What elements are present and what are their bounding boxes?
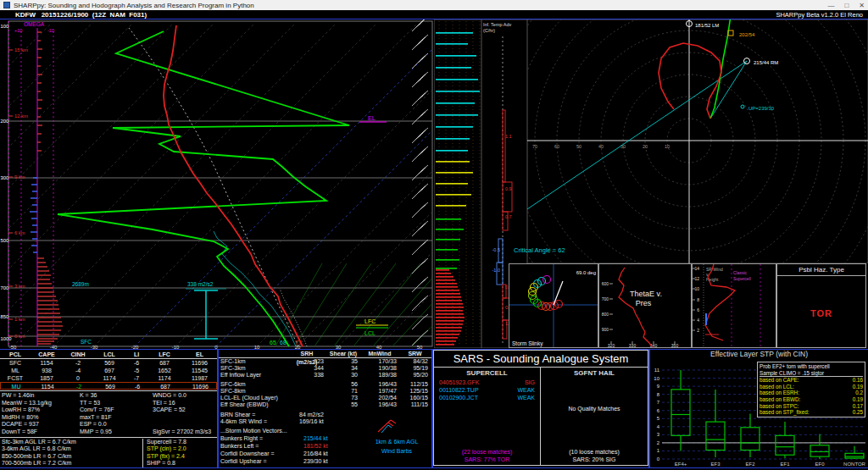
parcel-row-ml[interactable]: ML938-4697-5165211545	[0, 367, 217, 374]
svg-text:6: 6	[697, 307, 699, 312]
storm-motion-header: ...Storm Motion Vectors...	[219, 428, 354, 434]
svg-text:215/44 RM: 215/44 RM	[754, 60, 778, 65]
thermo-index	[153, 414, 218, 422]
minimize-button[interactable]: —	[827, 2, 834, 9]
sars-match-row[interactable]: 00110822.TUPWEAK	[434, 386, 540, 394]
svg-text:70: 70	[532, 144, 537, 149]
sars-supercell-matches: 04051923.GFKSIG00110822.TUPWEAK00102900.…	[434, 379, 540, 401]
storm-motion-vector: Corfidi Upshear =239/30 kt	[219, 457, 431, 465]
svg-text:700: 700	[602, 296, 609, 301]
composite-index: STP (fix) = 2.4	[147, 453, 217, 461]
svg-text:2: 2	[657, 440, 660, 445]
sars-hail-loose: (10 loose matches)	[541, 448, 648, 456]
skewt-plot[interactable]: 1002003005007008501000 15 km12 km9 km6 k…	[0, 19, 434, 349]
thermo-indices-col1: PW = 1.46inMeanW = 13.1g/kgLowRH = 87%Mi…	[2, 392, 80, 436]
sars-match-row[interactable]: 04051923.GFKSIG	[434, 379, 540, 386]
svg-text:20: 20	[643, 144, 648, 149]
stp-legend-line2: Sample CLIMO = .15 sigtor	[760, 370, 863, 378]
thermo-index: PW = 1.46in	[2, 392, 80, 400]
svg-text:0 km: 0 km	[14, 334, 25, 339]
svg-text:9: 9	[657, 384, 660, 389]
tilt-angle-label: 69.0 deg	[576, 270, 596, 275]
stp-panel: Effective Layer STP (with CIN) 012345678…	[649, 350, 868, 467]
lapse-rate: 700-500mb LR = 7.2 C/km	[2, 460, 142, 467]
tempadv-title-2: (C/hr)	[483, 28, 495, 33]
inflow-top-label: 2689m	[72, 281, 89, 287]
storm-slinky-inset: 69.0 deg Storm Slinky	[509, 263, 598, 348]
hazard-value: TOR	[777, 308, 865, 318]
sharppy-window: SHARPpy: Sounding and Hodograph Analysis…	[0, 0, 868, 470]
composite-indices-list: Supercell = 7.8STP (cin) = 2.0STP (fix) …	[142, 439, 217, 467]
stp-title: Effective Layer STP (with CIN)	[650, 350, 868, 359]
hodograph-plot[interactable]: 10203040506070 181/52 LM202/54215/44 RMU…	[527, 19, 868, 263]
svg-text:800: 800	[602, 312, 609, 317]
svg-text:10: 10	[694, 286, 699, 291]
thermo-index: ConvT = 76F	[80, 406, 153, 414]
svg-text:0.7: 0.7	[505, 214, 512, 219]
divider	[0, 390, 217, 391]
svg-text:12: 12	[694, 276, 699, 281]
thermo-index: MMP = 0.95	[80, 429, 153, 436]
svg-text:202/54: 202/54	[739, 32, 755, 37]
svg-text:1 km: 1 km	[14, 317, 25, 322]
stp-legend-item: based on CAPE:0.16	[760, 377, 863, 384]
thermo-index: ESP = 0.0	[80, 421, 153, 429]
svg-text:4: 4	[697, 318, 699, 323]
stp-legend-item: based on EBWD:0.19	[760, 396, 863, 403]
thermo-index: MidRH = 80%	[2, 414, 80, 422]
svg-text:40: 40	[598, 144, 604, 149]
svg-text:100: 100	[1, 24, 9, 29]
close-button[interactable]: ✕	[859, 2, 865, 9]
barb-caption-line2: Wind Barbs	[363, 446, 431, 456]
svg-text:181/52 LM: 181/52 LM	[695, 23, 719, 28]
svg-text:300: 300	[1, 175, 9, 180]
lfc-label: LFC	[364, 318, 376, 324]
svg-text:NONTOR: NONTOR	[843, 462, 866, 467]
slinky-title: Storm Slinky	[512, 340, 543, 347]
svg-text:5: 5	[657, 416, 660, 421]
svg-text:EF4+: EF4+	[675, 462, 687, 467]
svg-text:4: 4	[657, 424, 660, 429]
kinematics-shear-rows: SFC-6km56196/43112/15SFC-8km71197/47125/…	[219, 381, 431, 408]
parcel-row-mu[interactable]: MU1154-2569-668711696	[0, 382, 217, 390]
sars-hail-result: SARS: 20% SIG	[541, 456, 648, 463]
kinematics-srh-rows: SFC-1km32335170/3384/32SFC-3km34434190/3…	[219, 358, 431, 379]
window-title: SHARPpy: Sounding and Hodograph Analysis…	[14, 2, 817, 9]
kinematics-extra: BRN Shear =84 m2/s2	[219, 412, 431, 418]
srwind-height-ticks: 1412108642	[693, 266, 699, 333]
thermo-index	[153, 421, 218, 429]
inflow-bottom-label: SFC	[81, 339, 92, 345]
svg-text:UP=239/30: UP=239/30	[748, 106, 775, 111]
maximize-button[interactable]: □	[844, 2, 849, 9]
svg-text:3: 3	[657, 432, 660, 437]
surface-wetbulb-value: 68	[280, 340, 287, 346]
inflow-srh-label: 338 m2/s2	[187, 281, 214, 287]
kinematics-row: SFC-6km56196/43112/15	[219, 381, 431, 388]
svg-text:-0.5: -0.5	[492, 247, 500, 252]
svg-text:1: 1	[657, 448, 660, 453]
parcel-table-header: PCLCAPECINHLCLLILFCEL	[0, 350, 217, 359]
sars-title: SARS - Sounding Analogue System	[433, 350, 648, 367]
parcel-row-fcst[interactable]: FCST185701174-7117411987	[0, 374, 217, 382]
parcel-row-sfc[interactable]: SFC1154-2569-668711696	[0, 359, 217, 367]
hazard-title: Psbl Haz. Type	[777, 264, 865, 276]
stp-legend-item: based on STP_fixed:0.25	[760, 409, 863, 416]
hazard-type-inset: Psbl Haz. Type TOR	[776, 263, 866, 348]
lapse-rate: 3-6km AGL LR = 6.8 C/km	[2, 445, 142, 453]
kinematics-row: SFC-3km34434190/3895/19	[219, 365, 431, 372]
omega-label: OMEGA	[24, 21, 45, 27]
thermo-index: TT = 53	[80, 400, 153, 407]
sars-match-row[interactable]: 00102900.JCTWEAK	[434, 394, 540, 401]
svg-text:2: 2	[697, 328, 699, 333]
thermo-index: SigSvr = 27202 m3/s3	[153, 429, 218, 436]
thermo-index: DCAPE = 937	[2, 421, 80, 429]
composite-index: Supercell = 7.8	[147, 439, 217, 446]
svg-text:-1.0: -1.0	[492, 268, 500, 273]
stp-legend: Prob EF2+ torn with supercell Sample CLI…	[757, 362, 865, 417]
srwind-curve	[705, 264, 735, 340]
stp-legend-item: based on STPC:0.17	[760, 403, 863, 410]
app-header: KDFW 20151226/1900 (12Z NAM F031) SHARPp…	[0, 10, 868, 19]
sars-hail-empty: No Quality Matches	[541, 406, 648, 412]
kinematics-row: SFC-1km32335170/3384/32	[219, 358, 431, 365]
parcel-table-rows: SFC1154-2569-668711696ML938-4697-5165211…	[0, 359, 217, 390]
